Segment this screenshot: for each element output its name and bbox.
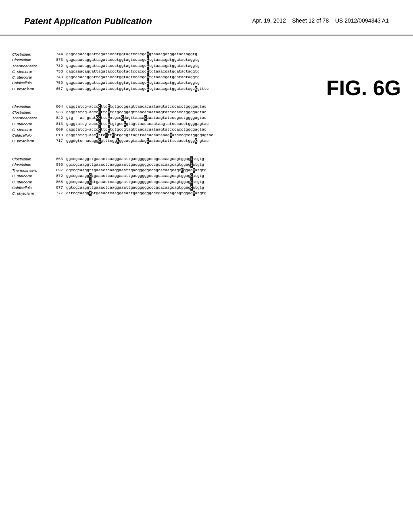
numbers-column-1: 744 876 782 753 749 759 657	[50, 52, 63, 92]
seq-number: 876	[50, 57, 63, 63]
species-label: Caldicellulo	[12, 185, 48, 191]
seq-number: 657	[50, 86, 63, 92]
seq-row: gaggtatcg-aacCttcCttCotgccgttagttaacacaa…	[66, 133, 213, 138]
seq-row: gagcaaacaggattagataccctggtagtccacgcCtgta…	[66, 75, 209, 80]
seq-row: gagcaaacaggattagataccctggtagtccacgcCtgta…	[66, 57, 209, 63]
seq-number: 842	[50, 115, 63, 121]
seq-row: gaggtatcg-acccCttcCtgtgccCgtagttaacacaat…	[66, 121, 213, 127]
species-column-3: Clostridium Clostridium Thermoanaero C. …	[12, 156, 48, 197]
seq-number: 813	[50, 121, 63, 127]
seq-row: gagcaaacaggattagataccctggtagtccacgcCtgta…	[66, 86, 209, 92]
sheet-info: Sheet 12 of 78	[292, 17, 329, 24]
species-label: C. stercorar	[12, 75, 48, 80]
seq-number: 868	[50, 179, 63, 185]
seq-row: ggtcgcaaggttgaaactcaaggaaattgacgggggcccg…	[66, 185, 206, 191]
sequence-panel: Clostridium Clostridium Thermoanaero C. …	[12, 52, 310, 196]
species-label: Thermoanaero	[12, 168, 48, 173]
patent-number: US 2012/0094343 A1	[335, 17, 389, 24]
header-meta: Apr. 19, 2012 Sheet 12 of 78 US 2012/009…	[252, 16, 389, 25]
figure-label: FIG. 6G	[326, 76, 401, 100]
seq-row: gagcaaacaggattagataccctggtagtccacgcCtgta…	[66, 80, 209, 86]
seq-row: gaggtatcg-acccCttcCtgtgccgtagttaacacaata…	[66, 127, 213, 133]
seq-number: 897	[50, 168, 63, 173]
seq-row: gaggtatcg-acccCttcCtgtgccggagttaacacaata…	[66, 104, 213, 110]
species-label: C. stercorar	[12, 179, 48, 185]
species-label: Clostridium	[12, 57, 48, 63]
species-label: Clostridium	[12, 110, 48, 115]
main-content: Clostridium Clostridium Thermoanaero C. …	[0, 35, 413, 212]
seq-row: ggccgcaaggCtgaaactcaaggaaattgacgggggcccg…	[66, 173, 206, 179]
seq-number: 863	[50, 156, 63, 162]
species-label: Clostridium	[12, 156, 48, 162]
seq-number: 744	[50, 52, 63, 57]
seq-row: ggccgcaaggttgaaactcaaggaaattgacgggggcccg…	[66, 156, 206, 162]
sequences-column-2: gaggtatcg-acccCttcCtgtgccggagttaacacaata…	[66, 104, 213, 144]
seq-number: 936	[50, 110, 63, 115]
seq-number: 749	[50, 75, 63, 80]
seq-number: 804	[50, 104, 63, 110]
species-label: Thermoanaero	[12, 115, 48, 121]
species-label: C. stercorar	[12, 121, 48, 127]
seq-row: gggdgtcnnacaggCgtttcggtggcacgtaadagCaata…	[66, 138, 213, 144]
species-label: Clostridium	[12, 104, 48, 110]
species-label: Caldicellulo	[12, 80, 48, 86]
species-label: C. phytoferm	[12, 138, 48, 144]
species-label: Caldicellulo	[12, 133, 48, 138]
seq-row: gagcaaacaggattagataccctggtagtccacgcCtgta…	[66, 63, 209, 69]
seq-number: 777	[50, 191, 63, 196]
seq-number: 809	[50, 127, 63, 133]
seq-number: 995	[50, 162, 63, 168]
sequence-block-3: Clostridium Clostridium Thermoanaero C. …	[12, 156, 310, 197]
page-header: Patent Application Publication Apr. 19, …	[0, 0, 413, 35]
species-label: C. stercorar	[12, 69, 48, 75]
species-label: C. phytoferm	[12, 191, 48, 196]
seq-row: gaggtatcg-acccCttcCtgtgccggagttaacacaata…	[66, 110, 213, 115]
species-label: Thermoanaero	[12, 63, 48, 69]
species-label: Clostridium	[12, 52, 48, 57]
numbers-column-2: 804 936 842 813 809 818 717	[50, 104, 63, 144]
seq-row: ggccgcaaggttgaaactcaaggaaattgacgggggcccg…	[66, 168, 206, 173]
sequences-column-3: ggccgcaaggttgaaactcaaggaaattgacgggggcccg…	[66, 156, 206, 197]
numbers-column-3: 863 995 897 872 868 877 777	[50, 156, 63, 197]
seq-number: 782	[50, 63, 63, 69]
seq-number: 818	[50, 133, 63, 138]
seq-number: 753	[50, 69, 63, 75]
seq-row: gttcgcaaggaatgaaactcaaggaaattgacgggggccc…	[66, 191, 206, 196]
species-label: C. stercorar	[12, 127, 48, 133]
seq-number: 872	[50, 173, 63, 179]
species-label: Clostridium	[12, 162, 48, 168]
seq-number: 717	[50, 138, 63, 144]
seq-row: ggccgcaaggttgaaactcaaggaaattgacgggggcccg…	[66, 162, 206, 168]
sequence-block-2: Clostridium Clostridium Thermoanaero C. …	[12, 104, 310, 144]
species-column-1: Clostridium Clostridium Thermoanaero C. …	[12, 52, 48, 92]
species-label: C. stercorar	[12, 173, 48, 179]
species-label: C. phytoferm	[12, 86, 48, 92]
publication-title: Patent Application Publication	[24, 16, 152, 27]
seq-row: gagcaaacaggattagataccctggtagtccacgcCtgta…	[66, 69, 209, 75]
seq-row: gtg---aa-gdatCCttcCotgccCdagttaacaCcaata…	[66, 115, 213, 121]
species-column-2: Clostridium Clostridium Thermoanaero C. …	[12, 104, 48, 144]
seq-row: ggccgcaaggCctgaaactcaaggaattgacgggggcccg…	[66, 179, 206, 185]
sequences-column-1: gagcaaacaggattagataccctggtagtccacgcCgtaa…	[66, 52, 209, 92]
seq-number: 877	[50, 185, 63, 191]
pub-date: Apr. 19, 2012	[252, 17, 286, 24]
right-section: FIG. 6G	[318, 52, 401, 100]
seq-number: 759	[50, 80, 63, 86]
seq-row: gagcaaacaggattagataccctggtagtccacgcCgtaa…	[66, 52, 209, 57]
sequence-block-1: Clostridium Clostridium Thermoanaero C. …	[12, 52, 310, 92]
